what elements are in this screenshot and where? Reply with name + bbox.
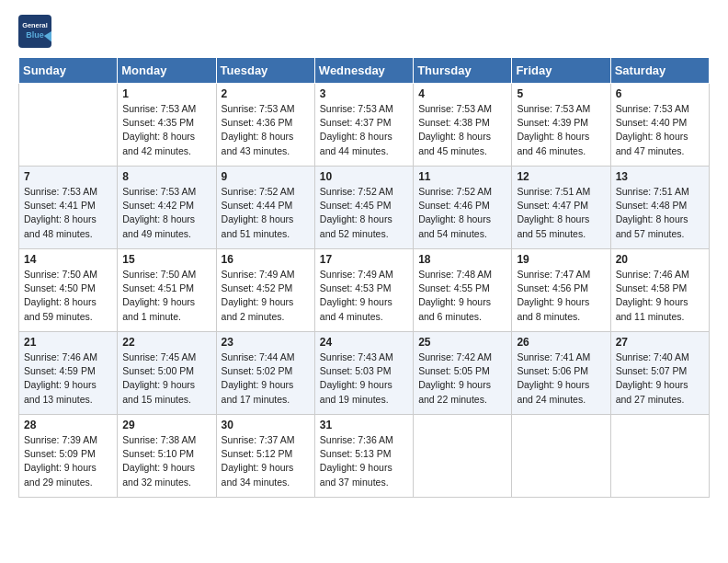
day-number: 24 — [320, 336, 408, 349]
logo: General Blue — [18, 15, 55, 48]
day-info: Sunrise: 7:47 AMSunset: 4:56 PMDaylight:… — [517, 268, 605, 324]
day-info: Sunrise: 7:41 AMSunset: 5:06 PMDaylight:… — [517, 350, 605, 407]
calendar-cell — [414, 415, 512, 498]
day-info: Sunrise: 7:53 AMSunset: 4:38 PMDaylight:… — [418, 102, 506, 158]
day-info: Sunrise: 7:44 AMSunset: 5:02 PMDaylight:… — [222, 350, 310, 407]
day-info: Sunrise: 7:50 AMSunset: 4:51 PMDaylight:… — [122, 268, 210, 324]
calendar-week-row: 1Sunrise: 7:53 AMSunset: 4:35 PMDaylight… — [19, 84, 710, 167]
day-info: Sunrise: 7:38 AMSunset: 5:10 PMDaylight:… — [122, 433, 210, 489]
calendar-cell — [512, 415, 610, 498]
calendar-cell: 14Sunrise: 7:50 AMSunset: 4:50 PMDayligh… — [19, 249, 118, 332]
day-info: Sunrise: 7:53 AMSunset: 4:42 PMDaylight:… — [122, 185, 210, 241]
day-number: 16 — [222, 253, 310, 266]
calendar-week-row: 14Sunrise: 7:50 AMSunset: 4:50 PMDayligh… — [19, 249, 710, 332]
day-info: Sunrise: 7:53 AMSunset: 4:41 PMDaylight:… — [24, 185, 112, 241]
header: General Blue — [18, 15, 710, 48]
calendar-cell: 21Sunrise: 7:46 AMSunset: 4:59 PMDayligh… — [19, 332, 118, 415]
day-number: 6 — [616, 87, 704, 100]
day-number: 29 — [122, 419, 210, 431]
day-number: 15 — [122, 253, 210, 266]
calendar-cell: 8Sunrise: 7:53 AMSunset: 4:42 PMDaylight… — [118, 167, 216, 249]
day-number: 5 — [517, 87, 605, 100]
day-info: Sunrise: 7:51 AMSunset: 4:48 PMDaylight:… — [616, 185, 704, 241]
calendar-cell: 20Sunrise: 7:46 AMSunset: 4:58 PMDayligh… — [610, 249, 709, 332]
calendar-week-row: 21Sunrise: 7:46 AMSunset: 4:59 PMDayligh… — [19, 332, 710, 415]
day-info: Sunrise: 7:46 AMSunset: 4:59 PMDaylight:… — [24, 350, 112, 407]
calendar-cell: 19Sunrise: 7:47 AMSunset: 4:56 PMDayligh… — [512, 249, 610, 332]
calendar-cell: 4Sunrise: 7:53 AMSunset: 4:38 PMDaylight… — [414, 84, 512, 167]
day-info: Sunrise: 7:39 AMSunset: 5:09 PMDaylight:… — [24, 433, 112, 489]
day-number: 2 — [222, 87, 310, 100]
day-info: Sunrise: 7:43 AMSunset: 5:03 PMDaylight:… — [320, 350, 408, 407]
weekday-header: Tuesday — [216, 58, 314, 84]
calendar-cell: 13Sunrise: 7:51 AMSunset: 4:48 PMDayligh… — [610, 167, 709, 249]
day-info: Sunrise: 7:50 AMSunset: 4:50 PMDaylight:… — [24, 268, 112, 324]
day-info: Sunrise: 7:49 AMSunset: 4:53 PMDaylight:… — [320, 268, 408, 324]
day-info: Sunrise: 7:42 AMSunset: 5:05 PMDaylight:… — [418, 350, 506, 407]
weekday-header: Friday — [512, 58, 610, 84]
calendar-cell — [610, 415, 709, 498]
day-number: 30 — [222, 419, 310, 431]
calendar-cell: 9Sunrise: 7:52 AMSunset: 4:44 PMDaylight… — [216, 167, 314, 249]
day-info: Sunrise: 7:53 AMSunset: 4:36 PMDaylight:… — [222, 102, 310, 158]
calendar-cell: 15Sunrise: 7:50 AMSunset: 4:51 PMDayligh… — [118, 249, 216, 332]
day-info: Sunrise: 7:48 AMSunset: 4:55 PMDaylight:… — [418, 268, 506, 324]
day-info: Sunrise: 7:40 AMSunset: 5:07 PMDaylight:… — [616, 350, 704, 407]
day-info: Sunrise: 7:53 AMSunset: 4:35 PMDaylight:… — [122, 102, 210, 158]
calendar-cell: 27Sunrise: 7:40 AMSunset: 5:07 PMDayligh… — [610, 332, 709, 415]
day-number: 11 — [418, 170, 506, 183]
calendar-week-row: 28Sunrise: 7:39 AMSunset: 5:09 PMDayligh… — [19, 415, 710, 498]
weekday-header: Saturday — [610, 58, 709, 84]
calendar-cell — [19, 84, 118, 167]
calendar-cell: 12Sunrise: 7:51 AMSunset: 4:47 PMDayligh… — [512, 167, 610, 249]
day-number: 7 — [24, 170, 112, 183]
calendar-cell: 6Sunrise: 7:53 AMSunset: 4:40 PMDaylight… — [610, 84, 709, 167]
calendar-cell: 16Sunrise: 7:49 AMSunset: 4:52 PMDayligh… — [216, 249, 314, 332]
day-number: 28 — [24, 419, 112, 431]
calendar-cell: 26Sunrise: 7:41 AMSunset: 5:06 PMDayligh… — [512, 332, 610, 415]
day-info: Sunrise: 7:52 AMSunset: 4:44 PMDaylight:… — [222, 185, 310, 241]
day-number: 31 — [320, 419, 408, 431]
day-number: 14 — [24, 253, 112, 266]
calendar-cell: 10Sunrise: 7:52 AMSunset: 4:45 PMDayligh… — [314, 167, 413, 249]
calendar-cell: 2Sunrise: 7:53 AMSunset: 4:36 PMDaylight… — [216, 84, 314, 167]
day-info: Sunrise: 7:53 AMSunset: 4:37 PMDaylight:… — [320, 102, 408, 158]
logo-icon: General Blue — [18, 15, 51, 48]
day-number: 3 — [320, 87, 408, 100]
svg-text:Blue: Blue — [26, 30, 44, 40]
day-info: Sunrise: 7:45 AMSunset: 5:00 PMDaylight:… — [122, 350, 210, 407]
day-number: 22 — [122, 336, 210, 349]
day-number: 23 — [222, 336, 310, 349]
day-number: 8 — [122, 170, 210, 183]
calendar-cell: 29Sunrise: 7:38 AMSunset: 5:10 PMDayligh… — [118, 415, 216, 498]
weekday-header: Wednesday — [314, 58, 413, 84]
calendar-cell: 7Sunrise: 7:53 AMSunset: 4:41 PMDaylight… — [19, 167, 118, 249]
day-info: Sunrise: 7:52 AMSunset: 4:46 PMDaylight:… — [418, 185, 506, 241]
calendar-cell: 25Sunrise: 7:42 AMSunset: 5:05 PMDayligh… — [414, 332, 512, 415]
calendar-cell: 17Sunrise: 7:49 AMSunset: 4:53 PMDayligh… — [314, 249, 413, 332]
day-number: 1 — [122, 87, 210, 100]
day-info: Sunrise: 7:53 AMSunset: 4:39 PMDaylight:… — [517, 102, 605, 158]
day-info: Sunrise: 7:51 AMSunset: 4:47 PMDaylight:… — [517, 185, 605, 241]
calendar-cell: 11Sunrise: 7:52 AMSunset: 4:46 PMDayligh… — [414, 167, 512, 249]
day-number: 19 — [517, 253, 605, 266]
day-number: 17 — [320, 253, 408, 266]
calendar-cell: 18Sunrise: 7:48 AMSunset: 4:55 PMDayligh… — [414, 249, 512, 332]
day-number: 21 — [24, 336, 112, 349]
day-info: Sunrise: 7:53 AMSunset: 4:40 PMDaylight:… — [616, 102, 704, 158]
page: General Blue SundayMondayTuesdayWednesda… — [0, 0, 728, 563]
day-number: 25 — [418, 336, 506, 349]
day-number: 18 — [418, 253, 506, 266]
day-info: Sunrise: 7:46 AMSunset: 4:58 PMDaylight:… — [616, 268, 704, 324]
day-number: 9 — [222, 170, 310, 183]
day-number: 10 — [320, 170, 408, 183]
weekday-header: Sunday — [19, 58, 118, 84]
day-number: 13 — [616, 170, 704, 183]
calendar-week-row: 7Sunrise: 7:53 AMSunset: 4:41 PMDaylight… — [19, 167, 710, 249]
calendar-cell: 1Sunrise: 7:53 AMSunset: 4:35 PMDaylight… — [118, 84, 216, 167]
weekday-header: Monday — [118, 58, 216, 84]
svg-text:General: General — [22, 21, 47, 29]
day-number: 26 — [517, 336, 605, 349]
calendar-cell: 23Sunrise: 7:44 AMSunset: 5:02 PMDayligh… — [216, 332, 314, 415]
calendar-cell: 31Sunrise: 7:36 AMSunset: 5:13 PMDayligh… — [314, 415, 413, 498]
